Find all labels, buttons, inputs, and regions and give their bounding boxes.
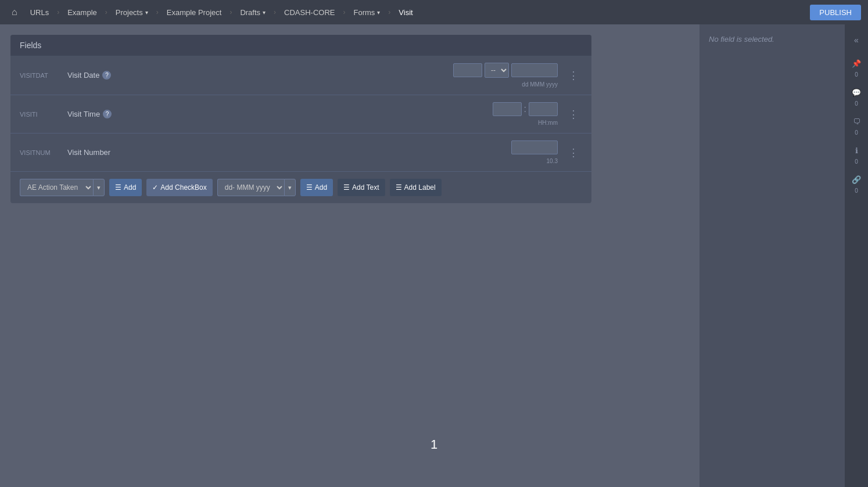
no-field-panel: No field is selected. (700, 24, 845, 487)
chat-button[interactable]: 🗨 (846, 113, 867, 130)
checkbox-icon: ✓ (152, 183, 158, 192)
add-label-icon: ☰ (396, 183, 402, 192)
field-label-visitnumber: Visit Number (67, 148, 504, 157)
time-hint: HH:mm (538, 120, 558, 126)
nav-item-urls[interactable]: URLs (24, 6, 55, 19)
info-button[interactable]: ℹ (846, 142, 867, 159)
field-label-visitdate: Visit Date ? (67, 71, 446, 80)
comment-count: 0 (855, 101, 858, 107)
help-icon-visittime[interactable]: ? (103, 110, 112, 118)
nav-item-cdash-core[interactable]: CDASH-CORE (278, 6, 340, 19)
drafts-chevron-icon: ▾ (263, 9, 266, 16)
number-hint: 10.3 (547, 158, 558, 164)
no-field-text: No field is selected. (709, 35, 774, 44)
info-count: 0 (855, 159, 858, 165)
pin-count: 0 (855, 72, 858, 78)
projects-chevron-icon: ▾ (145, 9, 148, 16)
add-date-icon: ☰ (306, 183, 313, 192)
field-controls-visitnumber: 10.3 (511, 140, 558, 164)
info-icon-group: ℹ 0 (846, 142, 867, 165)
field-menu-button-visitnumber[interactable]: ⋮ (565, 146, 582, 159)
nav-item-forms[interactable]: Forms ▾ (347, 6, 386, 19)
comment-icon: 💬 (852, 88, 861, 97)
comment-icon-group: 💬 0 (846, 84, 867, 107)
date-day-input[interactable] (453, 63, 482, 77)
info-icon: ℹ (855, 146, 858, 155)
nav-item-example[interactable]: Example (62, 6, 103, 19)
nav-item-example-project[interactable]: Example Project (161, 6, 228, 19)
time-minute-input[interactable] (529, 102, 558, 116)
visit-number-input[interactable] (511, 140, 558, 154)
chat-count: 0 (855, 130, 858, 136)
home-nav-icon[interactable]: ⌂ (7, 5, 22, 20)
publish-button[interactable]: PUBLISH (810, 5, 861, 20)
collapse-sidebar-button[interactable]: « (846, 31, 867, 49)
link-count: 0 (855, 188, 858, 194)
forms-chevron-icon: ▾ (377, 9, 380, 16)
help-icon-visitdate[interactable]: ? (102, 71, 111, 80)
field-controls-visittime: : HH:mm (493, 102, 558, 126)
link-icon-group: 🔗 0 (846, 171, 867, 194)
add-text-icon: ☰ (343, 183, 350, 192)
pin-icon-group: 📌 0 (846, 55, 867, 78)
action-taken-dropdown-group: AE Action Taken ▾ (20, 179, 105, 196)
date-format-select[interactable]: dd- MMM yyyy (217, 179, 284, 196)
add-text-button[interactable]: ☰ Add Text (338, 179, 385, 196)
nav-right-section: PUBLISH (810, 5, 861, 20)
table-row: VISITNUM Visit Number 10.3 ⋮ (10, 134, 591, 172)
center-panel: Fields VISITDAT Visit Date ? -- (0, 24, 700, 487)
time-hour-input[interactable] (493, 102, 522, 116)
main-layout: Fields VISITDAT Visit Date ? -- (0, 24, 868, 487)
add-field-button[interactable]: ☰ Add (109, 179, 142, 196)
add-date-button[interactable]: ☰ Add (300, 179, 333, 196)
field-id-visiti: VISITI (20, 111, 60, 118)
chat-icon: 🗨 (853, 117, 860, 126)
add-label-button[interactable]: ☰ Add Label (390, 179, 442, 196)
add-field-icon: ☰ (115, 183, 121, 192)
date-year-input[interactable] (511, 63, 558, 77)
comment-button[interactable]: 💬 (846, 84, 867, 101)
right-sidebar: « 📌 0 💬 0 🗨 0 ℹ 0 (845, 24, 868, 487)
bottom-toolbar: AE Action Taken ▾ ☰ Add ✓ Add CheckBox (10, 172, 591, 203)
fields-card: Fields VISITDAT Visit Date ? -- (10, 35, 591, 203)
collapse-icon-group: « (846, 31, 867, 49)
field-id-visitnum: VISITNUM (20, 149, 60, 156)
number-inputs (511, 140, 558, 154)
nav-item-visit[interactable]: Visit (393, 6, 418, 19)
nav-item-drafts[interactable]: Drafts ▾ (234, 6, 271, 19)
chat-icon-group: 🗨 0 (846, 113, 867, 136)
pin-button[interactable]: 📌 (846, 55, 867, 72)
time-inputs: : (493, 102, 558, 116)
link-button[interactable]: 🔗 (846, 171, 867, 188)
action-taken-select[interactable]: AE Action Taken (20, 179, 93, 196)
fields-header: Fields (10, 35, 591, 56)
date-month-select[interactable]: -- (485, 63, 509, 78)
top-navigation: ⌂ URLs › Example › Projects ▾ › Example … (0, 0, 868, 24)
link-icon: 🔗 (852, 175, 861, 184)
field-id-visitdat: VISITDAT (20, 72, 60, 79)
table-row: VISITDAT Visit Date ? -- dd MMM yyyy ⋮ (10, 56, 591, 95)
field-menu-button-visitdate[interactable]: ⋮ (565, 69, 582, 82)
table-row: VISITI Visit Time ? : HH:mm ⋮ (10, 95, 591, 134)
field-label-visittime: Visit Time ? (67, 110, 486, 118)
action-taken-dropdown-arrow[interactable]: ▾ (93, 179, 105, 196)
date-format-arrow[interactable]: ▾ (284, 179, 296, 196)
date-hint: dd MMM yyyy (522, 81, 558, 88)
date-inputs: -- (453, 63, 558, 78)
date-format-group: dd- MMM yyyy ▾ (217, 179, 296, 196)
nav-item-projects[interactable]: Projects ▾ (110, 6, 154, 19)
page-number: 1 (431, 437, 437, 452)
field-menu-button-visittime[interactable]: ⋮ (565, 108, 582, 121)
add-checkbox-button[interactable]: ✓ Add CheckBox (146, 179, 212, 196)
field-controls-visitdate: -- dd MMM yyyy (453, 63, 558, 88)
pin-icon: 📌 (852, 59, 861, 68)
